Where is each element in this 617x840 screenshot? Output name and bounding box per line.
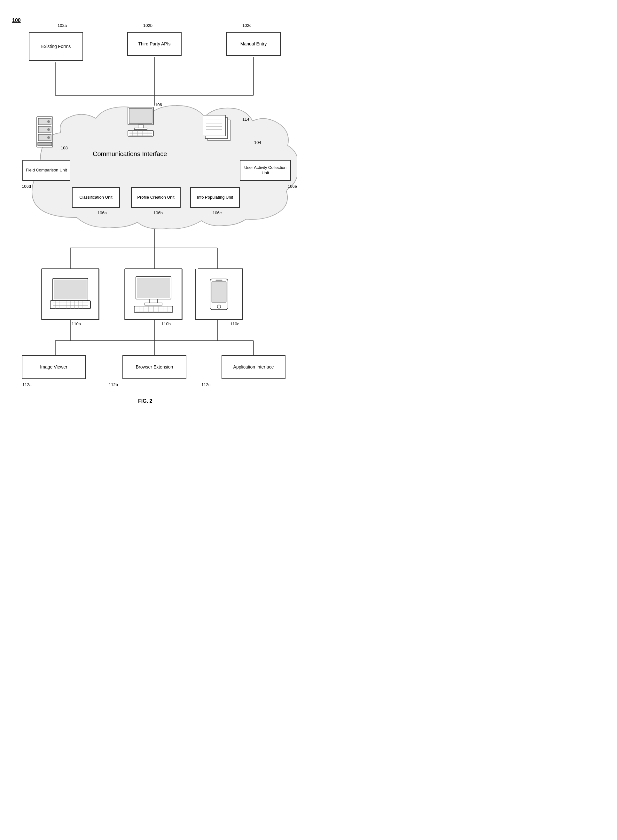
browser-extension-box: Browser Extension [123, 355, 186, 379]
ref-106d: 106d [22, 184, 31, 189]
ref-112a: 112a [22, 382, 32, 387]
mobile-icon [208, 277, 230, 312]
svg-point-39 [47, 136, 50, 139]
ref-114: 114 [242, 117, 249, 121]
svg-rect-43 [138, 125, 143, 128]
ref-110c: 110c [230, 321, 239, 326]
communications-interface-label: Communications Interface [93, 150, 167, 158]
ref-112c: 112c [201, 382, 210, 387]
svg-rect-62 [50, 301, 90, 309]
profile-creation-box: Profile Creation Unit [131, 187, 181, 208]
svg-rect-61 [54, 280, 87, 299]
desktop-box [125, 269, 182, 320]
ref-110a: 110a [72, 321, 81, 326]
classification-box: Classification Unit [72, 187, 120, 208]
documents-icon [201, 112, 243, 147]
ref-106a: 106a [97, 210, 107, 215]
application-interface-box: Application Interface [221, 355, 285, 379]
mobile-box [195, 269, 243, 320]
ref-106b: 106b [154, 210, 163, 215]
svg-rect-75 [137, 278, 170, 298]
diagram: 100 Existing Forms 102a Third Party APIs… [0, 0, 308, 420]
server-icon [32, 115, 64, 154]
fig-label: FIG. 2 [138, 398, 152, 404]
svg-rect-55 [203, 115, 225, 136]
field-comparison-box: Field Comparison Unit [22, 160, 70, 181]
svg-point-91 [217, 305, 221, 308]
svg-rect-90 [212, 282, 226, 303]
application-interface-label: Application Interface [233, 364, 274, 370]
manual-entry-label: Manual Entry [241, 41, 267, 47]
laptop-icon [50, 277, 91, 312]
ref-106e: 106e [288, 184, 297, 189]
user-activity-label: User Activity Collection Unit [242, 165, 288, 176]
third-party-apis-box: Third Party APIs [127, 32, 182, 56]
ref-106: 106 [155, 102, 162, 107]
ref-106c: 106c [213, 210, 221, 215]
ref-108: 108 [61, 146, 68, 150]
manual-entry-box: Manual Entry [226, 32, 281, 56]
ref-104: 104 [254, 140, 261, 145]
svg-rect-42 [129, 108, 152, 123]
image-viewer-label: Image Viewer [40, 364, 67, 370]
info-populating-label: Info Populating Unit [197, 195, 233, 200]
image-viewer-box: Image Viewer [22, 355, 86, 379]
svg-point-38 [47, 128, 50, 131]
field-comparison-label: Field Comparison Unit [26, 168, 67, 173]
cloud-container: Communications Interface 108 [13, 96, 297, 230]
third-party-apis-label: Third Party APIs [138, 41, 170, 47]
svg-rect-76 [149, 299, 158, 303]
ref-102b: 102b [143, 23, 152, 28]
ref-102a: 102a [58, 23, 67, 28]
ref-110b: 110b [161, 321, 171, 326]
svg-rect-92 [216, 280, 223, 281]
workstation-icon [125, 105, 163, 141]
svg-rect-44 [134, 128, 147, 130]
ref-112b: 112b [109, 382, 118, 387]
classification-label: Classification Unit [79, 195, 112, 200]
user-activity-box: User Activity Collection Unit [240, 160, 291, 181]
diagram-id: 100 [12, 18, 21, 23]
existing-forms-box: Existing Forms [29, 32, 83, 61]
browser-extension-label: Browser Extension [136, 364, 173, 370]
svg-rect-40 [38, 142, 52, 146]
existing-forms-label: Existing Forms [41, 43, 71, 49]
svg-point-37 [47, 120, 50, 123]
laptop-box [41, 269, 99, 320]
svg-rect-77 [145, 303, 162, 305]
desktop-icon [133, 275, 174, 314]
profile-creation-label: Profile Creation Unit [137, 195, 174, 200]
ref-102c: 102c [242, 23, 251, 28]
info-populating-box: Info Populating Unit [190, 187, 240, 208]
